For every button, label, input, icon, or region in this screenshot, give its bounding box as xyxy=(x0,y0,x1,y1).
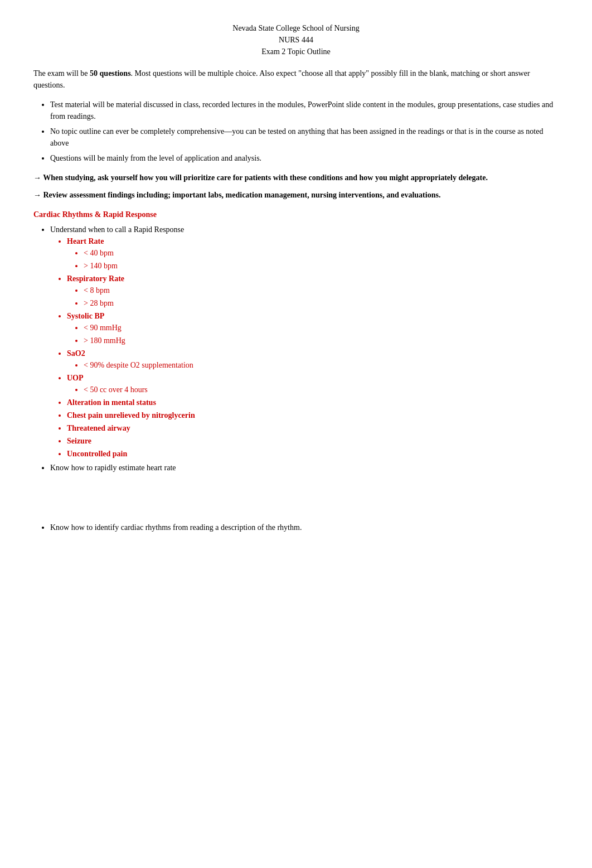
page-container: Nevada State College School of Nursing N… xyxy=(33,22,559,533)
heart-rate-low: < 40 bpm xyxy=(84,247,559,259)
list-item: Test material will be material discussed… xyxy=(50,99,559,122)
arrow-1-text: → When studying, ask yourself how you wi… xyxy=(33,173,488,182)
intro-text-before: The exam will be xyxy=(33,69,90,78)
header-line1: Nevada State College School of Nursing xyxy=(33,22,559,34)
arrow-section-2: → Review assessment findings including; … xyxy=(33,189,559,201)
section-title: Cardiac Rhythms & Rapid Response xyxy=(33,209,559,220)
respiratory-rate-sub: < 8 bpm > 28 bpm xyxy=(84,284,559,309)
arrow-section-1: → When studying, ask yourself how you wi… xyxy=(33,172,559,184)
uop-value: < 50 cc over 4 hours xyxy=(84,384,559,396)
resp-rate-low: < 8 bpm xyxy=(84,284,559,296)
sub-item-heart-rate: Heart Rate < 40 bpm > 140 bpm xyxy=(67,235,559,272)
main-list-item-2: Know how to rapidly estimate heart rate xyxy=(50,462,559,474)
header-line3: Exam 2 Topic Outline xyxy=(33,46,559,57)
main-list-item-1: Understand when to call a Rapid Response… xyxy=(50,224,559,460)
list-item: No topic outline can ever be completely … xyxy=(50,126,559,149)
intro-paragraph: The exam will be 50 questions. Most ques… xyxy=(33,67,559,91)
sub-item-seizure: Seizure xyxy=(67,435,559,447)
systolic-high: > 180 mmHg xyxy=(84,335,559,346)
bottom-bullets: Know how to identify cardiac rhythms fro… xyxy=(50,522,559,533)
sao2-value: < 90% despite O2 supplementation xyxy=(84,359,559,371)
arrow-2-text: → Review assessment findings including; … xyxy=(33,191,440,199)
header-line2: NURS 444 xyxy=(33,34,559,46)
systolic-low: < 90 mmHg xyxy=(84,322,559,334)
heart-rate-sub: < 40 bpm > 140 bpm xyxy=(84,247,559,272)
sub-item-threatened-airway: Threatened airway xyxy=(67,422,559,434)
sub-item-systolic-bp: Systolic BP < 90 mmHg > 180 mmHg xyxy=(67,310,559,346)
main-list: Understand when to call a Rapid Response… xyxy=(50,224,559,474)
uop-sub: < 50 cc over 4 hours xyxy=(84,384,559,396)
systolic-bp-sub: < 90 mmHg > 180 mmHg xyxy=(84,322,559,346)
page-header: Nevada State College School of Nursing N… xyxy=(33,22,559,57)
bottom-bullet-1: Know how to identify cardiac rhythms fro… xyxy=(50,522,559,533)
sub-item-uop: UOP < 50 cc over 4 hours xyxy=(67,372,559,396)
sub-item-uncontrolled-pain: Uncontrolled pain xyxy=(67,448,559,460)
intro-bullets: Test material will be material discussed… xyxy=(50,99,559,164)
resp-rate-high: > 28 bpm xyxy=(84,297,559,309)
sao2-sub: < 90% despite O2 supplementation xyxy=(84,359,559,371)
sub-item-sao2: SaO2 < 90% despite O2 supplementation xyxy=(67,348,559,371)
sub-item-chest-pain: Chest pain unrelieved by nitroglycerin xyxy=(67,409,559,421)
intro-bold: 50 questions xyxy=(90,69,131,78)
sub-list-rapid-response: Heart Rate < 40 bpm > 140 bpm Respirator… xyxy=(67,235,559,460)
sub-item-mental-status: Alteration in mental status xyxy=(67,397,559,408)
heart-rate-high: > 140 bpm xyxy=(84,260,559,272)
sub-item-respiratory-rate: Respiratory Rate < 8 bpm > 28 bpm xyxy=(67,273,559,309)
list-item: Questions will be mainly from the level … xyxy=(50,152,559,164)
